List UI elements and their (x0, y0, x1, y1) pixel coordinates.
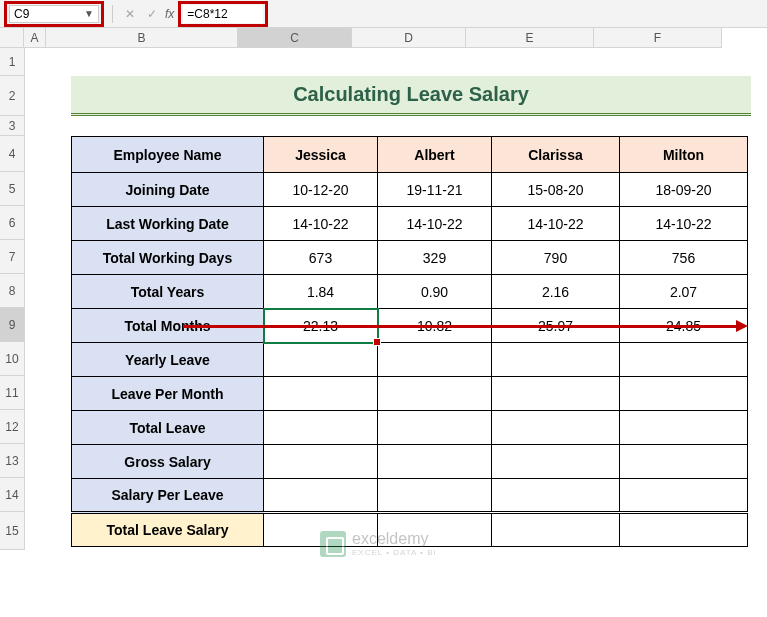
header-employee[interactable]: Employee Name (72, 137, 264, 173)
cell[interactable]: 329 (378, 241, 492, 275)
row-label[interactable]: Joining Date (72, 173, 264, 207)
cell[interactable]: 15-08-20 (492, 173, 620, 207)
row-header-14[interactable]: 14 (0, 478, 24, 512)
cell[interactable] (620, 479, 748, 513)
cell[interactable]: 18-09-20 (620, 173, 748, 207)
sheet-title: Calculating Leave Salary (71, 76, 751, 116)
total-e[interactable] (492, 513, 620, 547)
table-row: Total Working Days673329790756 (72, 241, 748, 275)
row-label[interactable]: Yearly Leave (72, 343, 264, 377)
cell[interactable]: 10-12-20 (264, 173, 378, 207)
row-header-9[interactable]: 9 (0, 308, 24, 342)
cell[interactable]: 2.16 (492, 275, 620, 309)
title-text: Calculating Leave Salary (293, 83, 529, 106)
cell[interactable] (378, 445, 492, 479)
name-box[interactable]: C9 ▼ (9, 5, 99, 23)
cell[interactable] (620, 377, 748, 411)
cell[interactable] (620, 411, 748, 445)
cell[interactable] (264, 377, 378, 411)
cell[interactable] (378, 479, 492, 513)
col-header-E[interactable]: E (466, 28, 594, 47)
select-all-corner[interactable] (0, 28, 24, 48)
formula-bar: C9 ▼ ✕ ✓ fx =C8*12 (0, 0, 767, 28)
table-row: Gross Salary (72, 445, 748, 479)
row-label[interactable]: Total Years (72, 275, 264, 309)
row-header-1[interactable]: 1 (0, 48, 24, 76)
formula-highlight: =C8*12 (178, 1, 268, 27)
row-header-10[interactable]: 10 (0, 342, 24, 376)
separator (112, 5, 113, 23)
table-row: Salary Per Leave (72, 479, 748, 513)
col-header-C[interactable]: C (238, 28, 352, 47)
cell[interactable] (378, 377, 492, 411)
header-jessica[interactable]: Jessica (264, 137, 378, 173)
cell[interactable] (264, 479, 378, 513)
cell[interactable] (620, 343, 748, 377)
watermark-text: exceldemy EXCEL • DATA • BI (352, 530, 437, 557)
brand-name: exceldemy (352, 530, 428, 547)
sheet-body: Calculating Leave Salary Employee Name J… (25, 48, 767, 550)
row-label[interactable]: Salary Per Leave (72, 479, 264, 513)
row-header-11[interactable]: 11 (0, 376, 24, 410)
row-header-12[interactable]: 12 (0, 410, 24, 444)
cell[interactable]: 14-10-22 (378, 207, 492, 241)
total-label[interactable]: Total Leave Salary (72, 513, 264, 547)
cell[interactable] (378, 343, 492, 377)
dropdown-icon[interactable]: ▼ (84, 8, 94, 19)
cell[interactable] (492, 411, 620, 445)
leave-salary-table: Employee Name Jessica Albert Clarissa Mi… (71, 136, 748, 547)
fill-arrow-annotation (183, 325, 738, 328)
cell[interactable]: 14-10-22 (264, 207, 378, 241)
cell[interactable] (264, 445, 378, 479)
row-label[interactable]: Total Working Days (72, 241, 264, 275)
row-header-13[interactable]: 13 (0, 444, 24, 478)
cell[interactable]: 14-10-22 (492, 207, 620, 241)
cell[interactable] (492, 445, 620, 479)
cell[interactable] (378, 411, 492, 445)
col-header-B[interactable]: B (46, 28, 238, 47)
row-label[interactable]: Total Leave (72, 411, 264, 445)
formula-input[interactable]: =C8*12 (183, 5, 263, 23)
header-milton[interactable]: Milton (620, 137, 748, 173)
cell[interactable]: 1.84 (264, 275, 378, 309)
logo-icon (320, 531, 346, 557)
cell[interactable]: 14-10-22 (620, 207, 748, 241)
name-box-value: C9 (14, 7, 29, 21)
cell[interactable] (620, 445, 748, 479)
cell[interactable]: 0.90 (378, 275, 492, 309)
cell[interactable]: 756 (620, 241, 748, 275)
col-header-D[interactable]: D (352, 28, 466, 47)
row-header-15[interactable]: 15 (0, 512, 24, 550)
cell[interactable]: 2.07 (620, 275, 748, 309)
row-label[interactable]: Last Working Date (72, 207, 264, 241)
row-header-4[interactable]: 4 (0, 136, 24, 172)
cell[interactable] (264, 343, 378, 377)
cell[interactable]: 19-11-21 (378, 173, 492, 207)
fx-icon[interactable]: fx (165, 7, 174, 21)
row-label[interactable]: Gross Salary (72, 445, 264, 479)
cell[interactable]: 673 (264, 241, 378, 275)
col-header-F[interactable]: F (594, 28, 722, 47)
row-headers: 123456789101112131415 (0, 48, 25, 550)
cell[interactable] (492, 377, 620, 411)
cell[interactable] (492, 479, 620, 513)
row-header-5[interactable]: 5 (0, 172, 24, 206)
cell[interactable] (492, 343, 620, 377)
row-header-3[interactable]: 3 (0, 116, 24, 136)
header-albert[interactable]: Albert (378, 137, 492, 173)
row-label[interactable]: Leave Per Month (72, 377, 264, 411)
row-header-7[interactable]: 7 (0, 240, 24, 274)
row-header-2[interactable]: 2 (0, 76, 24, 116)
cell[interactable] (264, 411, 378, 445)
total-f[interactable] (620, 513, 748, 547)
row-header-8[interactable]: 8 (0, 274, 24, 308)
cancel-icon[interactable]: ✕ (121, 7, 139, 21)
table-row: Joining Date10-12-2019-11-2115-08-2018-0… (72, 173, 748, 207)
cell[interactable]: 790 (492, 241, 620, 275)
fill-handle[interactable] (373, 338, 381, 346)
spreadsheet-grid: ABCDEF 123456789101112131415 Calculating… (0, 28, 767, 550)
col-header-A[interactable]: A (24, 28, 46, 47)
confirm-icon[interactable]: ✓ (143, 7, 161, 21)
header-clarissa[interactable]: Clarissa (492, 137, 620, 173)
row-header-6[interactable]: 6 (0, 206, 24, 240)
